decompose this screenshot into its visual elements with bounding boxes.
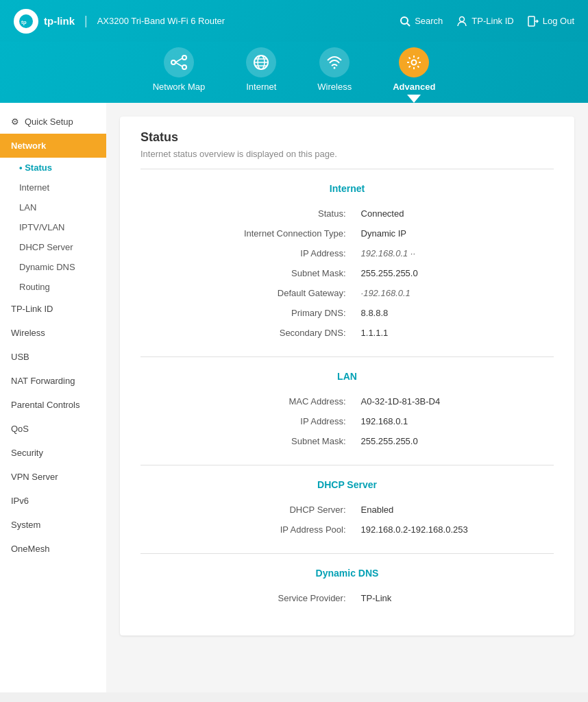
sidebar-sub-iptv-label: IPTV/VLAN [19, 222, 64, 232]
sidebar-sub-status-label: Status [25, 162, 52, 173]
main-content: Status Internet status overview is displ… [106, 103, 588, 692]
sidebar-item-tplink-id[interactable]: TP-Link ID [0, 297, 106, 321]
sidebar-item-nat[interactable]: NAT Forwarding [0, 369, 106, 393]
sidebar-item-wireless[interactable]: Wireless [0, 321, 106, 345]
secondary-dns-value: 1.1.1.1 [356, 323, 554, 343]
sidebar-sub-status[interactable]: Status [0, 158, 106, 178]
sidebar-item-wireless-label: Wireless [11, 328, 45, 338]
tab-network-map[interactable]: Network Map [153, 47, 206, 95]
sidebar-item-usb[interactable]: USB [0, 345, 106, 369]
sidebar-item-security[interactable]: Security [0, 441, 106, 465]
sidebar: ⚙ Quick Setup Network Status Internet LA… [0, 103, 106, 692]
table-row: IP Address: 192.168.0.1 [140, 411, 554, 431]
table-row: MAC Address: A0-32-1D-81-3B-D4 [140, 391, 554, 411]
user-icon [456, 16, 467, 27]
connection-type-label: Internet Connection Type: [140, 223, 356, 243]
sidebar-sub-dhcp-label: DHCP Server [19, 242, 73, 252]
lan-section: LAN MAC Address: A0-32-1D-81-3B-D4 IP Ad… [140, 371, 554, 451]
sidebar-item-qos-label: QoS [11, 424, 29, 434]
tab-internet[interactable]: Internet [246, 47, 276, 95]
svg-point-2 [401, 17, 408, 24]
tplink-id-button[interactable]: TP-Link ID [456, 16, 513, 27]
table-row: IP Address: 192.168.0.1 ·· [140, 243, 554, 263]
sidebar-item-parental[interactable]: Parental Controls [0, 393, 106, 417]
search-icon [400, 16, 411, 27]
sidebar-sub-iptv[interactable]: IPTV/VLAN [0, 217, 106, 237]
sidebar-item-network[interactable]: Network [0, 134, 106, 158]
connection-type-value: Dynamic IP [356, 223, 554, 243]
header-nav: Search TP-Link ID Log Out [400, 16, 574, 27]
ip-pool-value: 192.168.0.2-192.168.0.253 [356, 520, 554, 540]
ip-address-label: IP Address: [140, 243, 356, 263]
sidebar-item-ipv6[interactable]: IPv6 [0, 489, 106, 513]
nav-tabs: Network Map Internet Wireless [0, 42, 588, 103]
network-map-icon [164, 47, 194, 77]
search-button[interactable]: Search [400, 16, 443, 27]
sidebar-sub-dynamic-dns-label: Dynamic DNS [19, 262, 75, 272]
sidebar-item-tplink-id-label: TP-Link ID [11, 304, 53, 314]
divider-2 [140, 465, 554, 465]
sidebar-item-qos[interactable]: QoS [0, 417, 106, 441]
tab-advanced-label: Advanced [393, 82, 435, 92]
lan-subnet-value: 255.255.255.0 [356, 431, 554, 451]
svg-point-4 [460, 16, 465, 21]
dns-section-title: Dynamic DNS [140, 568, 554, 579]
logout-button[interactable]: Log Out [528, 16, 574, 27]
svg-point-8 [182, 65, 186, 69]
dhcp-section: DHCP Server DHCP Server: Enabled IP Addr… [140, 479, 554, 540]
internet-section: Internet Status: Connected Internet Conn… [140, 183, 554, 343]
service-provider-label: Service Provider: [140, 588, 356, 608]
tab-wireless-label: Wireless [317, 82, 352, 92]
ip-pool-label: IP Address Pool: [140, 520, 356, 540]
dhcp-section-title: DHCP Server [140, 479, 554, 490]
sidebar-sub-dynamic-dns[interactable]: Dynamic DNS [0, 257, 106, 277]
sidebar-sub-internet[interactable]: Internet [0, 178, 106, 197]
sidebar-item-onemesh[interactable]: OneMesh [0, 537, 106, 561]
sidebar-item-vpn[interactable]: VPN Server [0, 465, 106, 489]
sidebar-sub-internet-label: Internet [19, 182, 49, 193]
sidebar-sub-lan[interactable]: LAN [0, 197, 106, 217]
sidebar-sub-dhcp[interactable]: DHCP Server [0, 237, 106, 257]
default-gateway-label: Default Gateway: [140, 283, 356, 303]
dns-section: Dynamic DNS Service Provider: TP-Link [140, 568, 554, 608]
search-label: Search [415, 16, 443, 26]
internet-icon [246, 47, 276, 77]
header: tp tp-link | AX3200 Tri-Band Wi-Fi 6 Rou… [0, 0, 588, 42]
product-name: AX3200 Tri-Band Wi-Fi 6 Router [97, 16, 225, 26]
sidebar-item-nat-label: NAT Forwarding [11, 376, 75, 386]
mac-address-value: A0-32-1D-81-3B-D4 [356, 391, 554, 411]
sidebar-item-parental-label: Parental Controls [11, 400, 79, 410]
advanced-icon [399, 47, 429, 77]
sidebar-item-quick-setup-label: Quick Setup [25, 117, 73, 127]
dhcp-server-label: DHCP Server: [140, 500, 356, 520]
gear-icon: ⚙ [11, 117, 19, 127]
logo-icon: tp [14, 9, 38, 34]
wireless-icon [319, 47, 350, 77]
sidebar-item-system[interactable]: System [0, 513, 106, 537]
internet-section-title: Internet [140, 183, 554, 194]
sidebar-item-security-label: Security [11, 448, 43, 458]
primary-dns-value: 8.8.8.8 [356, 303, 554, 323]
divider-3 [140, 553, 554, 554]
internet-table: Status: Connected Internet Connection Ty… [140, 204, 554, 343]
tplink-id-label: TP-Link ID [471, 16, 513, 26]
sidebar-item-usb-label: USB [11, 352, 29, 362]
tab-advanced[interactable]: Advanced [393, 47, 435, 95]
logout-icon [528, 16, 539, 27]
dhcp-server-value: Enabled [356, 500, 554, 520]
sidebar-sub-routing[interactable]: Routing [0, 277, 106, 297]
logo-text: tp-link [44, 15, 75, 27]
logout-label: Log Out [543, 16, 574, 26]
table-row: DHCP Server: Enabled [140, 500, 554, 520]
sidebar-item-network-label: Network [11, 141, 46, 151]
table-row: Primary DNS: 8.8.8.8 [140, 303, 554, 323]
tab-wireless[interactable]: Wireless [317, 47, 352, 95]
sidebar-item-quick-setup[interactable]: ⚙ Quick Setup [0, 110, 106, 134]
svg-line-10 [175, 62, 182, 66]
svg-line-3 [407, 23, 410, 26]
content-card: Status Internet status overview is displ… [120, 117, 574, 636]
logo-divider: | [84, 14, 88, 28]
default-gateway-value: ·192.168.0.1 [356, 283, 554, 303]
tab-network-map-label: Network Map [153, 82, 206, 92]
svg-point-6 [171, 60, 175, 64]
